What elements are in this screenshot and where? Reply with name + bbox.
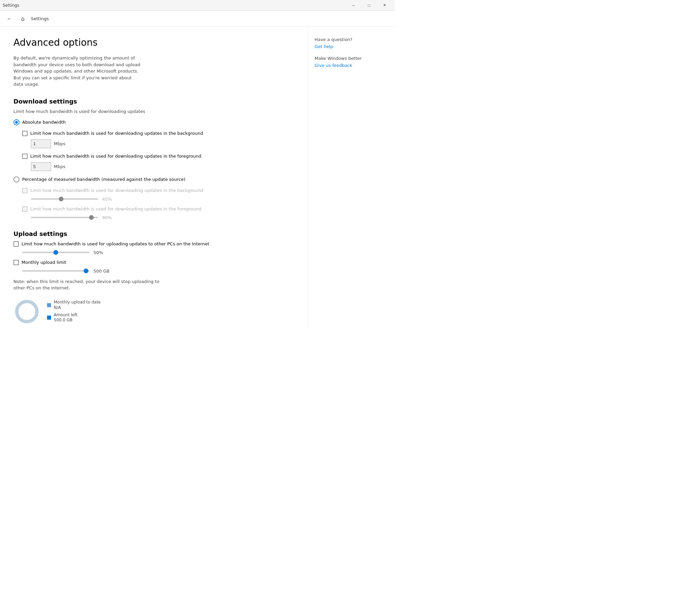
sidebar-question: Have a question?	[315, 37, 388, 42]
slider-bg-pct-track[interactable]	[31, 198, 98, 200]
maximize-button[interactable]: □	[361, 0, 377, 11]
checkbox-upload[interactable]: Limit how much bandwidth is used for upl…	[14, 241, 294, 247]
legend-dot-amount	[47, 316, 51, 320]
checkbox-fg-pct-box	[22, 206, 27, 212]
slider-fg-pct-thumb[interactable]	[89, 215, 94, 220]
slider-bg-pct-thumb[interactable]	[59, 196, 64, 201]
checkbox-fg-pct-label: Limit how much bandwidth is used for dow…	[30, 206, 201, 211]
navbar-title: Settings	[31, 16, 49, 21]
checkbox-bg-pct: Limit how much bandwidth is used for dow…	[22, 188, 294, 193]
navbar: ← ⌂ Settings	[0, 11, 395, 27]
input-fg-value[interactable]	[31, 162, 51, 171]
checkbox-monthly-label: Monthly upload limit	[22, 260, 66, 265]
radio-percentage-label: Percentage of measured bandwidth (measur…	[22, 177, 186, 182]
app-container: ← ⌂ Settings Advanced options By default…	[0, 11, 395, 329]
checkbox-fg-absolute[interactable]: Limit how much bandwidth is used for dow…	[22, 153, 294, 159]
checkbox-bg-pct-box	[22, 188, 27, 193]
upload-section: Upload settings Limit how much bandwidth…	[14, 230, 294, 325]
checkbox-bg-absolute-box	[22, 131, 27, 136]
give-feedback-link[interactable]: Give us feedback	[315, 63, 388, 68]
slider-bg-pct-row: 45%	[31, 196, 294, 202]
radio-absolute-label: Absolute bandwidth	[22, 120, 66, 125]
legend-dot-monthly	[47, 303, 51, 307]
slider-fg-pct-track[interactable]	[31, 217, 98, 218]
radio-percentage[interactable]: Percentage of measured bandwidth (measur…	[14, 176, 294, 183]
slider-monthly-value: 500 GB	[93, 269, 109, 274]
close-button[interactable]: ✕	[377, 0, 392, 11]
slider-monthly-row: 500 GB	[22, 269, 294, 274]
legend-item-amount: Amount left 500.0 GB	[47, 313, 101, 323]
download-settings-heading: Download settings	[14, 98, 294, 105]
radio-absolute[interactable]: Absolute bandwidth	[14, 119, 294, 125]
download-subtext: Limit how much bandwidth is used for dow…	[14, 109, 294, 114]
legend-amount-label: Amount left	[54, 313, 77, 318]
slider-monthly-track[interactable]	[22, 270, 89, 272]
checkbox-fg-absolute-label: Limit how much bandwidth is used for dow…	[30, 153, 201, 159]
slider-upload-value: 50%	[93, 250, 105, 255]
minimize-button[interactable]: ─	[346, 0, 361, 11]
slider-upload-track[interactable]	[22, 252, 89, 253]
legend-monthly-value: N/A	[54, 305, 101, 311]
titlebar-controls: ─ □ ✕	[346, 0, 392, 11]
page-description: By default, we're dynamically optimizing…	[14, 55, 141, 88]
input-bg-value[interactable]	[31, 140, 51, 148]
chart-legend: Monthly upload to date N/A Amount left 5…	[47, 300, 101, 323]
slider-monthly-thumb[interactable]	[84, 269, 88, 273]
back-button[interactable]: ←	[4, 14, 15, 24]
radio-percentage-circle	[14, 176, 20, 183]
checkbox-upload-label: Limit how much bandwidth is used for upl…	[22, 241, 209, 246]
input-row-bg: Mbps	[31, 140, 294, 148]
make-windows-label: Make Windows better	[315, 56, 388, 61]
content-area: Advanced options By default, we're dynam…	[0, 27, 395, 329]
slider-fg-pct-row: 90%	[31, 215, 294, 220]
titlebar: Settings ─ □ ✕	[0, 0, 395, 11]
main-content: Advanced options By default, we're dynam…	[0, 27, 307, 329]
input-row-fg: Mbps	[31, 162, 294, 171]
legend-item-monthly: Monthly upload to date N/A	[47, 300, 101, 310]
upload-settings-heading: Upload settings	[14, 230, 294, 237]
checkbox-monthly-box	[14, 260, 19, 265]
chart-area: Monthly upload to date N/A Amount left 5…	[14, 298, 294, 325]
slider-upload-thumb[interactable]	[54, 250, 58, 255]
checkbox-fg-pct: Limit how much bandwidth is used for dow…	[22, 206, 294, 212]
titlebar-title: Settings	[3, 3, 19, 8]
get-help-link[interactable]: Get help	[315, 44, 388, 49]
donut-chart	[14, 298, 40, 325]
checkbox-upload-box	[14, 241, 19, 247]
checkbox-bg-absolute-label: Limit how much bandwidth is used for dow…	[30, 131, 203, 136]
input-fg-unit: Mbps	[54, 164, 66, 169]
checkbox-fg-absolute-box	[22, 153, 27, 159]
svg-point-2	[17, 301, 37, 322]
legend-amount-value: 500.0 GB	[54, 318, 77, 323]
radio-absolute-circle	[14, 119, 20, 125]
home-button[interactable]: ⌂	[18, 14, 28, 24]
slider-bg-pct-value: 45%	[102, 196, 114, 202]
sidebar: Have a question? Get help Make Windows b…	[307, 27, 395, 329]
page-title: Advanced options	[14, 37, 294, 48]
checkbox-monthly[interactable]: Monthly upload limit	[14, 260, 294, 265]
slider-upload-row: 50%	[22, 250, 294, 255]
titlebar-left: Settings	[3, 3, 19, 8]
input-bg-unit: Mbps	[54, 141, 66, 146]
slider-fg-pct-value: 90%	[102, 215, 114, 220]
checkbox-bg-pct-label: Limit how much bandwidth is used for dow…	[30, 188, 203, 193]
legend-monthly-label: Monthly upload to date	[54, 300, 101, 305]
checkbox-bg-absolute[interactable]: Limit how much bandwidth is used for dow…	[22, 131, 294, 136]
note-text: Note: when this limit is reached, your d…	[14, 278, 161, 291]
